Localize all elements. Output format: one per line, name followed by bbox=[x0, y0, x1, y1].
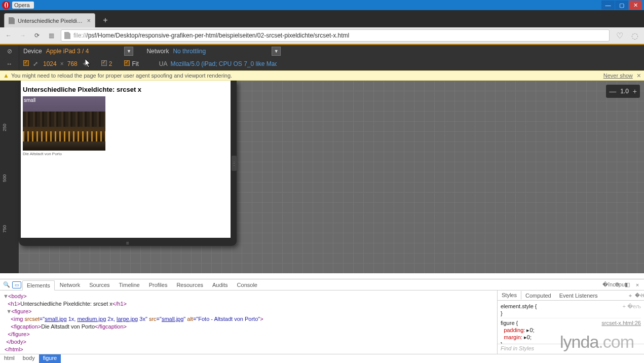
tab-audits[interactable]: Audits bbox=[208, 280, 232, 289]
elements-tree[interactable]: ▼<body> <h1>Unterschiedliche Pixeldichte… bbox=[0, 291, 497, 354]
breadcrumb[interactable]: html body figure bbox=[0, 354, 644, 363]
network-label: Network bbox=[142, 48, 173, 55]
toggle-state-icon[interactable]: �સ bbox=[635, 292, 644, 299]
side-tab-event-listeners[interactable]: Event Listeners bbox=[555, 292, 602, 300]
ua-label: UA bbox=[156, 60, 171, 67]
tab-title: Unterschiedliche Pixeldich... bbox=[18, 18, 84, 24]
rotate-icon[interactable]: ⤢ bbox=[33, 60, 41, 67]
styles-content[interactable]: element.style {+ �ељ } srcset-x.html:26 … bbox=[498, 301, 644, 344]
vertical-ruler: 250 500 750 bbox=[0, 81, 19, 273]
back-button[interactable]: ← bbox=[4, 31, 13, 40]
device-toolbar: ⊘ Device Apple iPad 3 / 4 ▼ Network No t… bbox=[0, 44, 644, 70]
bookmark-heart-icon[interactable]: ♡ bbox=[615, 30, 625, 41]
window-close-button[interactable]: ✕ bbox=[629, 1, 642, 10]
tab-close-button[interactable]: × bbox=[87, 17, 91, 24]
tab-strip: Unterschiedliche Pixeldich... × + bbox=[0, 10, 644, 27]
viewport-width[interactable]: 1024 bbox=[41, 60, 59, 67]
new-tab-button[interactable]: + bbox=[99, 15, 111, 26]
crumb-html[interactable]: html bbox=[0, 354, 19, 363]
inspect-icon[interactable]: 🔍 bbox=[2, 281, 11, 288]
zoom-in-button[interactable]: + bbox=[633, 87, 637, 95]
window-maximize-button[interactable]: ▢ bbox=[615, 1, 628, 10]
new-style-rule-icon[interactable]: + bbox=[626, 293, 635, 299]
speed-dial-button[interactable]: ▦ bbox=[47, 31, 56, 40]
emulator-viewport: 250 500 750 Unterschiedliche Pixeldichte… bbox=[0, 81, 644, 273]
dimension-separator: × bbox=[59, 60, 65, 67]
devtools-panel: 🔍 ▭ Elements Network Sources Timeline Pr… bbox=[0, 279, 644, 363]
window-minimize-button[interactable]: — bbox=[601, 1, 615, 10]
side-tab-styles[interactable]: Styles bbox=[498, 291, 521, 300]
side-tab-computed[interactable]: Computed bbox=[521, 292, 555, 300]
dropdown-icon[interactable]: ▼ bbox=[124, 47, 133, 56]
warning-icon: ▲ bbox=[3, 72, 9, 79]
forward-button[interactable]: → bbox=[18, 31, 27, 40]
image-overlay-label: small bbox=[24, 97, 35, 103]
url-text: file:///psf/Home/Desktop/responsive-graf… bbox=[73, 32, 606, 39]
zoom-control[interactable]: — 1.0 + bbox=[606, 85, 640, 98]
device-select[interactable]: Apple iPad 3 / 4 ▼ bbox=[46, 47, 134, 56]
tab-console[interactable]: Console bbox=[233, 280, 261, 289]
zoom-out-button[interactable]: — bbox=[609, 87, 616, 95]
emulate-resolution-checkbox[interactable] bbox=[19, 60, 33, 67]
warning-text: You might need to reload the page for pr… bbox=[11, 72, 232, 79]
device-frame: Unterschiedliche Pixeldichte: srcset x s… bbox=[19, 81, 237, 246]
dock-icon[interactable]: ◧ bbox=[623, 281, 632, 288]
styles-pane: Styles Computed Event Listeners + �સ ele… bbox=[497, 291, 644, 354]
window-titlebar: Opera — ▢ ✕ bbox=[0, 0, 644, 10]
reload-button[interactable]: ⟳ bbox=[32, 31, 42, 40]
devtools-tabs: 🔍 ▭ Elements Network Sources Timeline Pr… bbox=[0, 279, 644, 291]
home-indicator-icon: ≡ bbox=[120, 242, 135, 244]
swap-dimensions-icon[interactable]: ⟲ bbox=[80, 60, 91, 68]
ua-value[interactable]: Mozilla/5.0 (iPad; CPU OS 7_0 like Mac .… bbox=[170, 60, 277, 67]
tab-elements[interactable]: Elements bbox=[22, 280, 55, 291]
disable-emulation-icon[interactable]: ⊘ bbox=[0, 45, 19, 57]
tab-sources[interactable]: Sources bbox=[85, 280, 113, 289]
fit-label: Fit bbox=[130, 60, 140, 67]
tab-profiles[interactable]: Profiles bbox=[145, 280, 172, 289]
page-image: small bbox=[23, 96, 105, 151]
settings-gear-icon[interactable]: ⚙ bbox=[613, 281, 622, 288]
zoom-value: 1.0 bbox=[620, 88, 629, 95]
figcaption: Die Altstadt von Porto bbox=[23, 151, 229, 156]
warning-bar: ▲ You might need to reload the page for … bbox=[0, 70, 644, 81]
console-drawer-icon[interactable]: �început bbox=[602, 281, 612, 288]
viewport-height[interactable]: 768 bbox=[65, 60, 80, 67]
device-value: Apple iPad 3 / 4 bbox=[46, 48, 125, 55]
crumb-body[interactable]: body bbox=[19, 354, 39, 363]
source-link[interactable]: srcset-x.html:26 bbox=[601, 319, 641, 326]
toggle-device-icon[interactable]: ▭ bbox=[12, 281, 21, 288]
toggle-rulers-icon[interactable]: ↔ bbox=[0, 57, 19, 70]
tab-timeline[interactable]: Timeline bbox=[115, 280, 144, 289]
dpr-value[interactable]: 2 bbox=[107, 60, 118, 67]
opera-logo-icon bbox=[2, 1, 10, 9]
page-figure: small Die Altstadt von Porto bbox=[21, 96, 231, 156]
toolbar: ← → ⟳ ▦ file:///psf/Home/Desktop/respons… bbox=[0, 27, 644, 44]
device-label: Device bbox=[19, 48, 46, 55]
warning-close-button[interactable]: × bbox=[637, 71, 641, 80]
dropdown-icon[interactable]: ▼ bbox=[272, 47, 281, 56]
app-name[interactable]: Opera bbox=[12, 2, 34, 9]
network-select[interactable]: No throttling ▼ bbox=[173, 47, 281, 56]
page-favicon-icon bbox=[9, 17, 15, 24]
address-bar[interactable]: file:///psf/Home/Desktop/responsive-graf… bbox=[61, 29, 610, 42]
network-value: No throttling bbox=[173, 48, 272, 55]
tab-resources[interactable]: Resources bbox=[172, 280, 207, 289]
tab-network[interactable]: Network bbox=[56, 280, 84, 289]
find-in-styles[interactable]: Find in Styles bbox=[498, 344, 644, 354]
dpr-checkbox[interactable] bbox=[101, 60, 107, 67]
never-show-link[interactable]: Never show bbox=[603, 72, 633, 79]
page-icon bbox=[64, 32, 70, 39]
resize-handle[interactable]: ⋮ bbox=[232, 156, 237, 171]
fit-checkbox[interactable] bbox=[124, 60, 130, 67]
downloads-icon[interactable]: ◌ bbox=[630, 30, 640, 41]
devtools-close-icon[interactable]: × bbox=[633, 282, 642, 288]
browser-tab[interactable]: Unterschiedliche Pixeldich... × bbox=[4, 13, 95, 27]
emulated-page[interactable]: Unterschiedliche Pixeldichte: srcset x s… bbox=[21, 81, 231, 238]
crumb-figure[interactable]: figure bbox=[39, 354, 61, 363]
page-heading: Unterschiedliche Pixeldichte: srcset x bbox=[21, 81, 231, 96]
